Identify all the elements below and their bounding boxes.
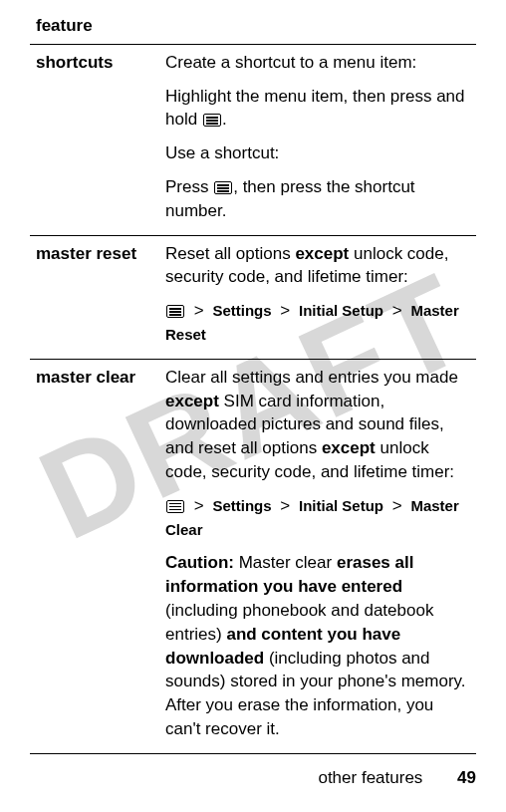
path-item: Settings [212, 497, 271, 514]
feature-label: master reset [30, 235, 159, 359]
table-row: master clear Clear all settings and entr… [30, 359, 476, 753]
table-header-row: feature [30, 10, 476, 44]
page-content: feature shortcuts Create a shortcut to a… [0, 0, 506, 754]
menu-icon [166, 305, 184, 318]
desc-text: Use a shortcut: [165, 141, 470, 165]
desc-text: Highlight the menu item, then press and … [165, 85, 470, 133]
feature-label: master clear [30, 359, 159, 753]
desc-fragment: except [295, 244, 349, 263]
desc-text: Press , then press the shortcut number. [165, 175, 470, 223]
menu-path: > Settings > Initial Setup > Master Rese… [165, 299, 470, 347]
desc-text: Reset all options except unlock code, se… [165, 242, 470, 290]
menu-path: > Settings > Initial Setup > Master Clea… [165, 494, 470, 542]
desc-fragment: Caution: [165, 553, 234, 572]
path-separator: > [194, 301, 204, 320]
desc-text: Create a shortcut to a menu item: [165, 51, 470, 75]
footer-label: other features [318, 768, 422, 787]
desc-fragment: . [222, 110, 227, 129]
page-number: 49 [457, 768, 476, 787]
path-item: Initial Setup [299, 302, 383, 319]
feature-table: feature shortcuts Create a shortcut to a… [30, 10, 476, 754]
feature-label: shortcuts [30, 44, 159, 235]
page-footer: other features 49 [318, 768, 476, 788]
desc-fragment: Clear all settings and entries you made [165, 368, 458, 387]
menu-icon [166, 500, 184, 513]
path-item: Initial Setup [299, 497, 383, 514]
desc-fragment: Press [165, 177, 213, 196]
table-row: shortcuts Create a shortcut to a menu it… [30, 44, 476, 235]
feature-description: Create a shortcut to a menu item: Highli… [159, 44, 476, 235]
desc-fragment: Reset all options [165, 244, 295, 263]
path-item: Settings [212, 302, 271, 319]
menu-icon [203, 114, 221, 127]
desc-fragment: except [165, 392, 219, 410]
path-separator: > [392, 301, 402, 320]
path-separator: > [280, 301, 290, 320]
desc-text: Clear all settings and entries you made … [165, 366, 470, 484]
path-separator: > [194, 496, 204, 515]
feature-description: Clear all settings and entries you made … [159, 359, 476, 753]
table-row: master reset Reset all options except un… [30, 235, 476, 359]
menu-icon [214, 181, 232, 194]
caution-text: Caution: Master clear erases all informa… [165, 551, 470, 740]
desc-fragment: Master clear [234, 553, 337, 572]
feature-description: Reset all options except unlock code, se… [159, 235, 476, 359]
path-separator: > [392, 496, 402, 515]
desc-fragment: except [322, 438, 376, 457]
table-header: feature [30, 10, 476, 44]
path-separator: > [280, 496, 290, 515]
